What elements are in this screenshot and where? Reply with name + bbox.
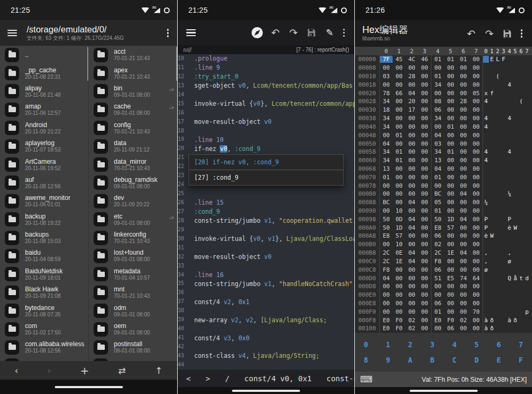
hex-byte-cell[interactable]: 00 [457, 325, 470, 332]
ascii-cell[interactable] [489, 283, 495, 290]
file-row[interactable]: data_mirror70-01-21 10:43 [89, 155, 177, 173]
ascii-cell[interactable] [495, 258, 501, 265]
keypad-key-b[interactable]: B [422, 356, 443, 364]
ascii-cell[interactable] [489, 258, 495, 265]
hex-byte-cell[interactable]: 00 [418, 115, 431, 122]
hex-byte-cell[interactable]: 00 [418, 106, 431, 113]
undo-icon[interactable]: ↶ [462, 24, 480, 43]
hex-byte-cell[interactable]: 00 [457, 90, 470, 97]
hex-byte-cell[interactable]: 34 [380, 123, 393, 130]
code-line[interactable]: 35const-string/jumbo v1, "handleNoCatchC… [178, 279, 354, 288]
code-line[interactable]: 26.line 15 [178, 198, 354, 207]
ascii-cell[interactable] [495, 148, 501, 155]
hex-byte-cell[interactable]: 03 [380, 73, 393, 80]
keypad-key-8[interactable]: 8 [355, 356, 377, 364]
home-indicator[interactable] [55, 386, 123, 388]
hex-byte-cell[interactable]: 0D [393, 216, 405, 223]
code-line[interactable]: 38 [178, 306, 354, 315]
hex-byte-cell[interactable]: 1D [393, 224, 405, 231]
keypad-key-0[interactable]: 0 [355, 340, 377, 349]
keypad-key-9[interactable]: 9 [377, 356, 398, 364]
ascii-cell[interactable] [501, 266, 506, 273]
hex-byte-cell[interactable]: 00 [393, 81, 405, 88]
hex-byte-cell[interactable]: 05 [431, 199, 444, 206]
ascii-cell[interactable] [506, 73, 512, 80]
code-line[interactable]: 14 [178, 90, 354, 99]
ascii-cell[interactable] [483, 291, 489, 298]
ascii-cell[interactable] [506, 64, 512, 71]
ascii-cell[interactable] [518, 308, 524, 315]
ascii-cell[interactable] [524, 258, 530, 265]
hex-byte-cell[interactable]: 00 [393, 182, 405, 189]
ascii-cell[interactable] [501, 275, 506, 282]
ascii-cell[interactable] [506, 157, 512, 164]
ascii-cell[interactable]: , [506, 249, 512, 256]
file-row[interactable]: aplayerlog20-11-07 18:53 [0, 137, 88, 155]
hex-byte-cell[interactable]: 00 [393, 300, 405, 307]
hex-byte-cell[interactable]: 1E [444, 249, 457, 256]
keypad-key-2[interactable]: 2 [400, 340, 421, 349]
ascii-cell[interactable] [489, 300, 495, 307]
ascii-cell[interactable] [524, 283, 530, 290]
ascii-cell[interactable] [506, 283, 512, 290]
ascii-cell[interactable] [501, 98, 506, 105]
code-line[interactable]: 40 [178, 324, 354, 333]
ascii-cell[interactable] [501, 157, 506, 164]
file-row[interactable]: proc [89, 357, 177, 361]
hex-byte-cell[interactable]: 50 [380, 224, 393, 231]
ascii-cell[interactable] [495, 140, 501, 147]
hex-byte-cell[interactable]: 00 [418, 81, 431, 88]
ascii-cell[interactable] [489, 249, 495, 256]
hex-byte-cell[interactable]: 00 [405, 132, 418, 139]
menu-icon[interactable] [186, 29, 196, 36]
ascii-cell[interactable] [495, 81, 501, 88]
hex-byte-cell[interactable]: 01 [393, 132, 405, 139]
hex-byte-cell[interactable]: 01 [431, 174, 444, 181]
ascii-cell[interactable] [483, 73, 489, 80]
ascii-cell[interactable]: , [483, 249, 489, 256]
hex-byte-cell[interactable]: 00 [470, 241, 483, 248]
ascii-cell[interactable] [518, 90, 524, 97]
ascii-cell[interactable] [524, 165, 530, 172]
popup-item[interactable]: [27] :cond_9 [189, 170, 343, 185]
hex-byte-cell[interactable]: 00 [393, 308, 405, 315]
ascii-cell[interactable] [518, 148, 524, 155]
hex-byte-cell[interactable]: 00 [444, 140, 457, 147]
hex-byte-cell[interactable]: 00 [457, 123, 470, 130]
hex-byte-cell[interactable]: 00 [393, 291, 405, 298]
ascii-cell[interactable] [512, 140, 518, 147]
hex-byte-cell[interactable]: 00 [405, 241, 418, 248]
hex-byte-cell[interactable]: 00 [405, 115, 418, 122]
hex-byte-cell[interactable]: 00 [380, 241, 393, 248]
ascii-cell[interactable] [506, 325, 512, 332]
hex-byte-cell[interactable]: 01 [444, 148, 457, 155]
hex-byte-cell[interactable]: 00 [380, 283, 393, 290]
hex-byte-cell[interactable]: 00 [380, 182, 393, 189]
ascii-cell[interactable] [518, 241, 524, 248]
ascii-cell[interactable] [495, 182, 501, 189]
ascii-cell[interactable] [501, 140, 506, 147]
ascii-cell[interactable] [483, 182, 489, 189]
ascii-cell[interactable] [489, 174, 495, 181]
hex-byte-cell[interactable]: E0 [431, 317, 444, 324]
code-line[interactable]: 20if-nez v0, :cond_9 [178, 144, 354, 153]
hex-byte-cell[interactable]: 00 [457, 283, 470, 290]
ascii-cell[interactable] [518, 216, 524, 223]
hex-byte-cell[interactable]: 00 [470, 56, 483, 63]
hex-byte-cell[interactable]: 00 [457, 224, 470, 231]
hex-byte-cell[interactable]: 01 [431, 308, 444, 315]
hex-byte-cell[interactable]: 00 [470, 81, 483, 88]
hex-byte-cell[interactable]: 01 [444, 123, 457, 130]
hex-byte-cell[interactable]: 00 [418, 123, 431, 130]
ascii-cell[interactable] [518, 165, 524, 172]
ascii-cell[interactable]: L [495, 56, 501, 63]
hex-byte-cell[interactable]: 00 [393, 275, 405, 282]
hex-byte-cell[interactable]: 00 [405, 165, 418, 172]
ascii-cell[interactable] [501, 148, 506, 155]
hex-byte-cell[interactable]: 64 [470, 275, 483, 282]
ascii-cell[interactable] [489, 182, 495, 189]
ascii-cell[interactable] [489, 291, 495, 298]
hex-byte-cell[interactable]: 00 [418, 98, 431, 105]
ascii-cell[interactable]: P [506, 216, 512, 223]
scrollbar-thumb[interactable] [176, 47, 178, 81]
